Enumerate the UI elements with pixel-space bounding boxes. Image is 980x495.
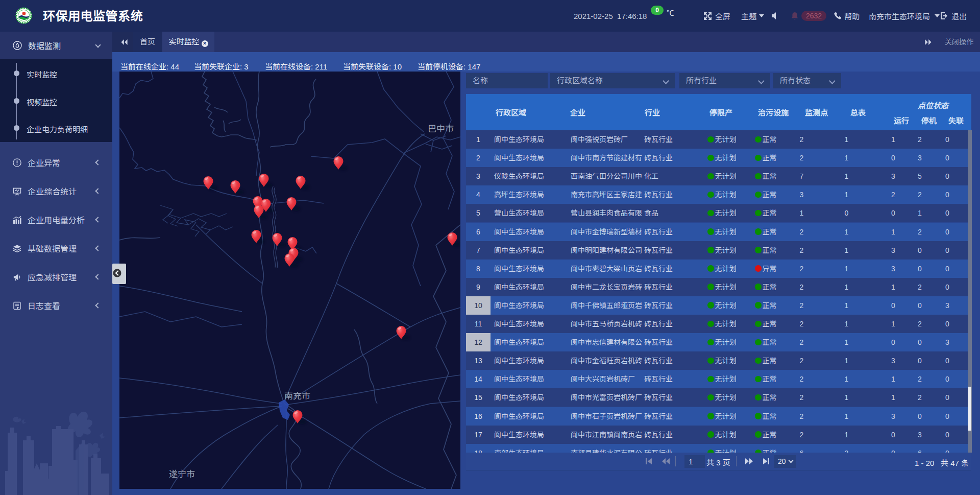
svg-text:巴中市: 巴中市 xyxy=(428,124,454,134)
svg-text:南充市: 南充市 xyxy=(284,391,310,401)
svg-text:遂宁市: 遂宁市 xyxy=(169,469,195,479)
